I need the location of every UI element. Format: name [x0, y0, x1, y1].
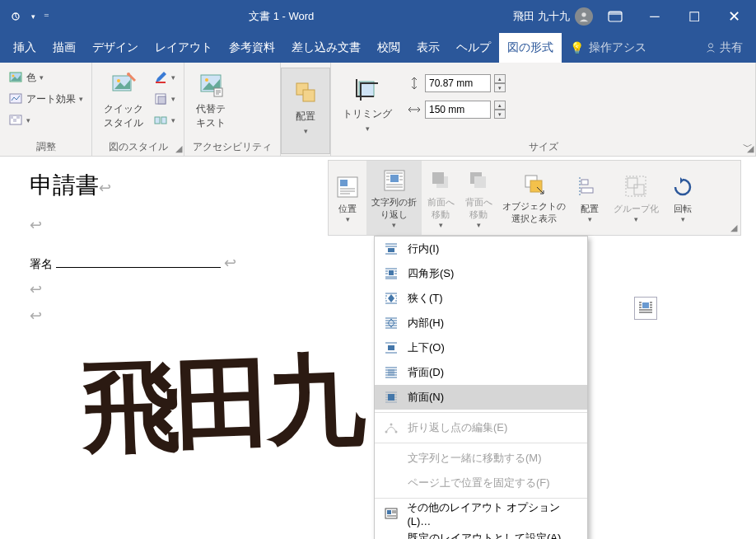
svg-rect-11 [13, 119, 16, 122]
wrap-text-button[interactable]: 文字列の折 り返し▾ [366, 161, 422, 235]
width-spinner[interactable]: ▴▾ [494, 101, 506, 119]
picture-border-button[interactable]: ▾ [153, 68, 175, 87]
tab-picture-format[interactable]: 図の形式 [499, 33, 562, 63]
rotate-icon [669, 173, 697, 201]
tab-mailings[interactable]: 差し込み文書 [283, 33, 369, 63]
tell-me[interactable]: 💡操作アシス [562, 33, 655, 63]
selection-pane-icon [520, 171, 548, 199]
svg-rect-9 [10, 115, 13, 119]
tab-design[interactable]: デザイン [84, 33, 147, 63]
menu-topbottom[interactable]: 上下(O) [375, 335, 587, 360]
close-button[interactable]: ✕ [716, 0, 751, 33]
lightbulb-icon: 💡 [570, 41, 584, 54]
group-size: トリミング ▾ ▴▾ ▴▾ サイズ◢ [331, 63, 756, 156]
menu-inline[interactable]: 行内(I) [375, 237, 587, 261]
tab-draw[interactable]: 描画 [44, 33, 84, 63]
wrap-tight-icon [383, 291, 399, 306]
pencil-icon [153, 70, 168, 85]
width-input[interactable] [425, 101, 491, 119]
ribbon: 色▾ アート効果▾ ▾ 調整 [0, 63, 756, 157]
svg-rect-10 [16, 115, 20, 119]
transparency-icon [8, 113, 23, 128]
svg-point-6 [12, 75, 15, 77]
tab-view[interactable]: 表示 [408, 33, 448, 63]
picture-layout-icon [153, 113, 168, 128]
wrap-front-icon [383, 390, 399, 405]
qat-overflow[interactable]: ⁼ [44, 11, 49, 23]
menu-square[interactable]: 四角形(S) [375, 261, 587, 286]
wrap-square-icon [383, 266, 399, 281]
arrange-icon [292, 78, 320, 106]
alt-text-icon [197, 71, 225, 99]
svg-rect-24 [303, 90, 315, 101]
ribbon-mode-icon[interactable] [598, 0, 632, 33]
send-backward-button[interactable]: 背面へ 移動▾ [460, 161, 497, 235]
user-name[interactable]: 飛田 九十九 [513, 9, 570, 24]
quick-styles-button[interactable]: クイック スタイル [100, 68, 147, 138]
svg-point-48 [395, 431, 398, 434]
selection-pane-button[interactable]: オブジェクトの 選択と表示 [497, 161, 571, 235]
menu-set-default[interactable]: 既定のレイアウトとして設定(A) [375, 526, 587, 539]
menu-more-layout[interactable]: その他のレイアウト オプション(L)… [375, 501, 587, 526]
arrange-button[interactable]: 配置 ▾ [281, 68, 330, 154]
svg-rect-37 [581, 180, 588, 185]
group-label: アクセシビリティ [193, 138, 272, 154]
ribbon-tabs: 挿入 描画 デザイン レイアウト 参考資料 差し込み文書 校閲 表示 ヘルプ 図… [0, 33, 756, 63]
group-arrange: 配置 ▾ [281, 63, 331, 156]
bring-forward-button[interactable]: 前面へ 移動▾ [422, 161, 460, 235]
svg-rect-17 [158, 96, 166, 104]
align-icon [576, 173, 604, 201]
tab-layout[interactable]: レイアウト [147, 33, 221, 63]
user-avatar-icon[interactable] [575, 7, 593, 26]
artistic-effects-button[interactable]: アート効果▾ [8, 89, 83, 109]
tab-help[interactable]: ヘルプ [448, 33, 499, 63]
tab-review[interactable]: 校閲 [369, 33, 408, 63]
wrap-through-icon [383, 316, 399, 330]
menu-behind[interactable]: 背面(D) [375, 360, 587, 385]
picture-layout-button[interactable]: ▾ [153, 110, 175, 130]
autosave-icon[interactable] [8, 9, 23, 24]
group-objects-button[interactable]: グループ化▾ [609, 161, 664, 235]
group-adjust: 色▾ アート効果▾ ▾ 調整 [0, 63, 92, 156]
crop-button[interactable]: トリミング ▾ [339, 73, 395, 136]
svg-rect-46 [388, 394, 394, 401]
svg-point-4 [708, 44, 712, 48]
layout-options-badge[interactable] [634, 297, 657, 320]
menu-tight[interactable]: 狭く(T) [375, 286, 587, 311]
signature-image[interactable]: 飛田九 [80, 333, 361, 477]
color-button[interactable]: 色▾ [8, 68, 83, 87]
svg-rect-26 [642, 302, 649, 308]
maximize-button[interactable]: ☐ [677, 0, 712, 33]
transparency-button[interactable]: ▾ [8, 110, 83, 130]
dialog-launcher-icon[interactable]: ◢ [175, 143, 182, 154]
height-spinner[interactable]: ▴▾ [494, 74, 506, 92]
paragraph-mark-icon: ↩ [224, 255, 236, 271]
send-backward-icon [464, 166, 492, 195]
position-button[interactable]: 位置▾ [329, 161, 366, 235]
group-accessibility: 代替テ キスト アクセシビリティ [184, 63, 281, 156]
effects-icon [153, 91, 168, 106]
share-button[interactable]: 共有 [697, 33, 751, 63]
chevron-down-icon[interactable]: ▾ [31, 12, 35, 21]
menu-edit-points: 折り返し点の編集(E) [375, 415, 587, 440]
svg-rect-15 [156, 82, 166, 83]
svg-rect-44 [388, 345, 394, 350]
crop-icon [353, 76, 381, 104]
align-button[interactable]: 配置▾ [571, 161, 609, 235]
svg-rect-40 [634, 185, 644, 195]
rotate-button[interactable]: 回転▾ [664, 161, 702, 235]
group-label: サイズ◢ [339, 138, 747, 154]
title-bar: ▾ ⁼ 文書 1 - Word 飛田 九十九 ─ ☐ ✕ [0, 0, 756, 33]
minimize-button[interactable]: ─ [637, 0, 672, 33]
height-input[interactable] [425, 74, 491, 92]
menu-front[interactable]: 前面(N) [375, 385, 587, 410]
tab-insert[interactable]: 挿入 [5, 33, 44, 63]
tab-references[interactable]: 参考資料 [221, 33, 283, 63]
picture-effects-button[interactable]: ▾ [153, 89, 175, 109]
svg-rect-42 [388, 248, 394, 252]
dialog-launcher-icon[interactable]: ◢ [730, 223, 737, 233]
alt-text-button[interactable]: 代替テ キスト [193, 68, 229, 138]
collapse-ribbon-icon[interactable]: ﹀ [743, 140, 753, 154]
height-icon [407, 76, 422, 91]
menu-through[interactable]: 内部(H) [375, 311, 587, 335]
